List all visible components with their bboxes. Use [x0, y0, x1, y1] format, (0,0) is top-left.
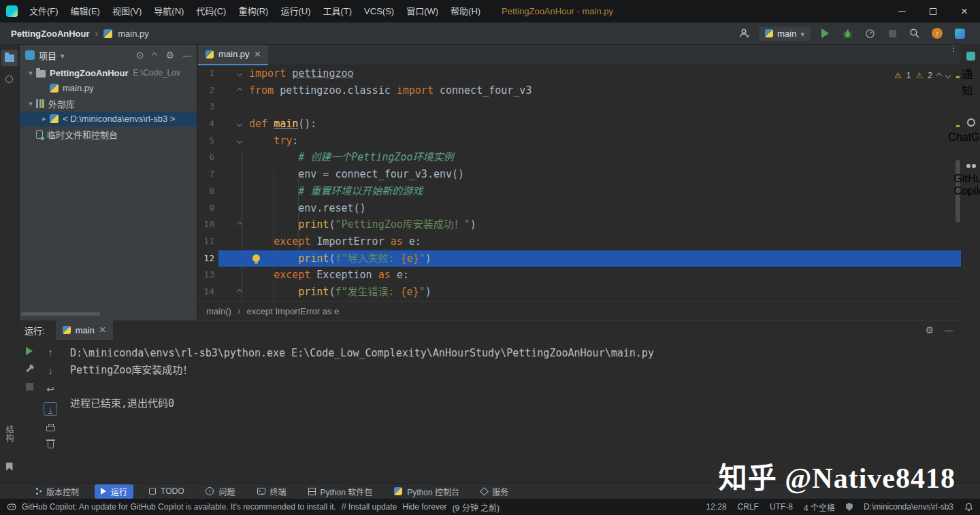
profiler-button[interactable]: [862, 25, 878, 41]
horizontal-scrollbar[interactable]: [21, 312, 100, 316]
code-line[interactable]: 3: [198, 99, 961, 116]
toolwindow-button-python-packages[interactable]: Python 软件包: [302, 484, 379, 499]
collapse-all-icon[interactable]: [152, 52, 157, 58]
line-number[interactable]: 14: [198, 284, 218, 301]
line-number[interactable]: 2: [198, 82, 218, 99]
up-stack-trace-icon[interactable]: [48, 347, 53, 358]
breadcrumb-node[interactable]: except ImportError as e: [247, 306, 340, 316]
menu-item[interactable]: 工具(T): [316, 0, 358, 22]
line-number[interactable]: 10: [198, 216, 218, 233]
toolwindow-button-run[interactable]: 运行: [95, 484, 133, 499]
fold-marker-icon[interactable]: [237, 289, 242, 295]
hide-panel-icon[interactable]: [183, 49, 191, 61]
hide-panel-icon[interactable]: [945, 324, 953, 336]
copilot-status-icon[interactable]: [7, 502, 16, 512]
debug-button[interactable]: [839, 25, 855, 41]
tree-item[interactable]: ▸< D:\miniconda\envs\rl-sb3 >: [20, 112, 197, 127]
scroll-to-end-button[interactable]: [44, 402, 57, 416]
structure-toolwindow-button[interactable]: 结构: [3, 425, 15, 443]
line-number[interactable]: 6: [198, 149, 218, 166]
search-everywhere-button[interactable]: [906, 25, 923, 41]
tree-item[interactable]: main.py: [20, 81, 197, 97]
intention-bulb-icon[interactable]: [252, 254, 260, 262]
menu-item[interactable]: 编辑(E): [65, 0, 106, 22]
breadcrumb-project[interactable]: PettingZooAnHour: [11, 29, 90, 39]
close-tab-icon[interactable]: [99, 323, 106, 337]
toolwindow-button-python-console[interactable]: Python 控制台: [388, 484, 466, 499]
warning-stripe-mark[interactable]: [956, 76, 960, 78]
menu-item[interactable]: 重构(R): [232, 0, 274, 22]
close-button[interactable]: [949, 0, 980, 22]
fold-marker-icon[interactable]: [237, 87, 242, 93]
toolwindow-button-chatgpt[interactable]: ChatGPT: [948, 118, 980, 144]
run-button[interactable]: [817, 25, 833, 41]
menu-item[interactable]: 窗口(W): [400, 0, 444, 22]
inspections-widget[interactable]: ⚠1 ⚠2: [894, 71, 950, 80]
code-line[interactable]: 10 print("PettingZoo库安装成功！"): [198, 216, 961, 233]
line-number[interactable]: 13: [198, 267, 218, 284]
toolwindow-button-services[interactable]: 服务: [475, 484, 514, 499]
menu-item[interactable]: 文件(F): [23, 0, 65, 22]
down-stack-trace-icon[interactable]: [48, 365, 53, 376]
print-icon[interactable]: [46, 426, 55, 431]
fold-marker-icon[interactable]: [237, 138, 242, 144]
toolwindow-button-notifications[interactable]: 通知: [962, 52, 980, 98]
indent-selector[interactable]: 4 个空格: [804, 501, 835, 513]
update-available-button[interactable]: ↑: [929, 25, 945, 41]
run-config-selector[interactable]: main: [759, 27, 811, 41]
menu-item[interactable]: VCS(S): [358, 0, 400, 22]
code-line[interactable]: 13 except Exception as e:: [198, 267, 961, 284]
code-line[interactable]: 2from pettingzoo.classic import connect_…: [198, 82, 961, 99]
fold-marker-icon[interactable]: [237, 222, 242, 227]
code-line[interactable]: 1import pettingzoo: [198, 65, 961, 82]
line-ending-selector[interactable]: CRLF: [738, 502, 759, 512]
editor-tab-main-py[interactable]: main.py: [198, 45, 268, 65]
code-line[interactable]: 6 # 创建一个PettingZoo环境实例: [198, 149, 961, 166]
bookmarks-toolwindow-button[interactable]: [1, 459, 18, 475]
chevron-down-icon[interactable]: ▾: [25, 99, 36, 108]
line-number[interactable]: 5: [198, 133, 218, 150]
chevron-down-icon[interactable]: ▾: [25, 69, 36, 78]
clear-console-icon[interactable]: [48, 442, 54, 448]
gear-icon[interactable]: [165, 49, 174, 61]
rerun-button[interactable]: [26, 347, 33, 355]
line-number[interactable]: 7: [198, 166, 218, 183]
close-tab-icon[interactable]: [255, 48, 261, 61]
line-number[interactable]: 12: [198, 250, 218, 267]
locate-file-icon[interactable]: [136, 49, 144, 61]
line-number[interactable]: 3: [198, 99, 218, 116]
hide-forever-link[interactable]: Hide forever: [402, 502, 446, 512]
breadcrumb-file[interactable]: main.py: [118, 29, 149, 39]
code-line[interactable]: 4def main():: [198, 116, 961, 133]
tree-item[interactable]: ▾PettingZooAnHourE:\Code_Lov: [20, 65, 197, 81]
breadcrumb-function[interactable]: main(): [206, 306, 231, 316]
feature-button[interactable]: [951, 25, 968, 41]
line-number[interactable]: 9: [198, 200, 218, 217]
run-tab-main[interactable]: main: [56, 320, 113, 340]
code-line[interactable]: 9 env.reset(): [198, 200, 961, 217]
next-problem-icon[interactable]: [945, 73, 951, 78]
menu-item[interactable]: 视图(V): [106, 0, 148, 22]
shield-icon[interactable]: [846, 503, 853, 511]
toolwindow-button-version-control[interactable]: 版本控制: [30, 484, 85, 499]
chevron-down-icon[interactable]: [61, 49, 65, 61]
soft-wrap-icon[interactable]: [46, 384, 54, 395]
encoding-selector[interactable]: UTF-8: [770, 502, 793, 512]
user-account-button[interactable]: [736, 25, 753, 41]
maximize-button[interactable]: [917, 0, 949, 22]
code-line[interactable]: 8 # 重置环境以开始新的游戏: [198, 183, 961, 200]
code-line[interactable]: 7 env = connect_four_v3.env(): [198, 166, 961, 183]
code-line[interactable]: 12 print(f"导入失败: {e}"): [198, 250, 961, 267]
code-line[interactable]: 14 print(f"发生错误: {e}"): [198, 284, 961, 301]
modify-run-config-icon[interactable]: [26, 366, 32, 372]
code-line[interactable]: 11 except ImportError as e:: [198, 233, 961, 250]
minimize-button[interactable]: [886, 0, 917, 22]
menu-item[interactable]: 运行(U): [274, 0, 316, 22]
fold-marker-icon[interactable]: [237, 71, 242, 76]
toolwindow-button-problems[interactable]: 问题: [199, 484, 241, 499]
menu-item[interactable]: 导航(N): [148, 0, 190, 22]
menu-item[interactable]: 帮助(H): [444, 0, 487, 22]
line-number[interactable]: 4: [198, 116, 218, 133]
toolwindow-button-todo[interactable]: TODO: [143, 485, 190, 497]
gear-icon[interactable]: [925, 324, 934, 336]
